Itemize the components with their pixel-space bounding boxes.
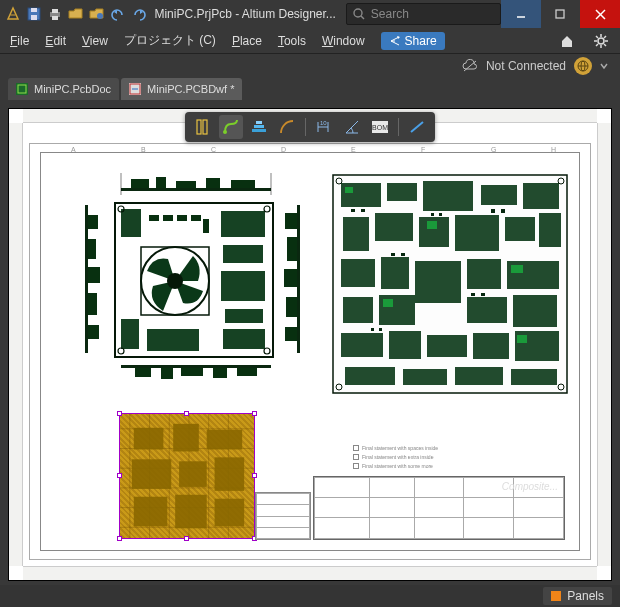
account-globe-icon[interactable] [574,57,592,75]
svg-rect-125 [431,213,434,216]
print-icon[interactable] [46,4,65,24]
cloud-off-icon [462,59,478,73]
tool-bom[interactable]: BOM [368,115,392,139]
svg-rect-139 [517,335,527,343]
share-label: Share [405,34,437,48]
open-folder-icon[interactable] [67,4,86,24]
svg-rect-48 [156,177,166,188]
note-checkbox[interactable] [353,445,359,451]
resize-handle-s[interactable] [184,536,189,541]
svg-rect-59 [88,325,99,339]
svg-rect-32 [203,120,207,134]
svg-line-8 [361,16,364,19]
svg-rect-121 [455,367,503,385]
svg-rect-97 [481,185,517,205]
svg-rect-5 [52,16,58,20]
svg-rect-106 [381,257,409,289]
svg-rect-57 [88,267,100,283]
tool-dimension-angle[interactable] [340,115,364,139]
svg-rect-138 [383,299,393,307]
svg-line-18 [596,36,598,38]
svg-rect-98 [523,183,559,209]
svg-rect-123 [351,209,355,212]
home-icon[interactable] [558,32,576,50]
svg-rect-67 [135,368,151,377]
tool-line[interactable] [405,115,429,139]
svg-rect-113 [513,295,557,327]
resize-handle-sw[interactable] [117,536,122,541]
open-project-icon[interactable] [88,4,107,24]
undo-icon[interactable] [109,4,128,24]
redo-icon[interactable] [130,4,149,24]
window-title: MiniPC.PrjPcb - Altium Designer... [154,7,335,21]
menu-tools[interactable]: Tools [278,34,306,48]
svg-point-74 [167,273,183,289]
svg-rect-99 [343,217,369,251]
minimize-button[interactable] [501,0,541,28]
svg-rect-110 [343,297,373,323]
svg-point-13 [598,38,604,44]
resize-handle-w[interactable] [117,473,122,478]
tool-dimension-linear[interactable]: 10 [312,115,336,139]
gear-icon[interactable] [592,32,610,50]
svg-rect-10 [556,10,564,18]
menu-project[interactable]: プロジェクト (C) [124,32,216,49]
resize-handle-n[interactable] [184,411,189,416]
note-checkbox[interactable] [353,463,359,469]
svg-rect-131 [471,293,475,296]
svg-rect-133 [371,328,374,331]
save-icon[interactable] [25,4,44,24]
svg-rect-120 [403,369,447,385]
svg-rect-61 [285,213,297,229]
tool-arc[interactable] [275,115,299,139]
svg-rect-70 [213,368,227,378]
resize-handle-ne[interactable] [252,411,257,416]
svg-rect-108 [467,259,501,289]
svg-line-20 [604,36,606,38]
share-button[interactable]: Share [381,32,445,50]
svg-rect-156 [134,428,164,450]
tab-minipc-pcbdwf[interactable]: MiniPC.PCBDwf * [121,78,242,100]
menu-window[interactable]: Window [322,34,365,48]
search-input[interactable]: Search [346,3,501,25]
menu-view[interactable]: View [82,34,108,48]
svg-rect-80 [223,329,265,349]
tool-route[interactable] [219,115,243,139]
svg-rect-86 [177,215,187,221]
svg-rect-160 [179,461,207,487]
tab-minipc-pcbdoc[interactable]: MiniPC.PcbDoc [8,78,119,100]
svg-rect-2 [31,8,37,12]
resize-handle-e[interactable] [252,473,257,478]
drawing-canvas[interactable]: 10 BOM A B C D E F G H [8,108,612,581]
svg-rect-136 [427,221,437,229]
svg-rect-62 [287,237,297,261]
menu-edit[interactable]: Edit [45,34,66,48]
svg-rect-163 [175,495,207,528]
svg-rect-87 [191,215,201,221]
svg-rect-51 [231,180,255,188]
svg-rect-114 [341,333,383,357]
svg-rect-102 [455,215,499,251]
account-dropdown-icon[interactable] [600,62,608,70]
svg-rect-76 [221,211,265,237]
tool-board-outline[interactable] [191,115,215,139]
svg-rect-122 [511,369,557,385]
ruler-bottom [23,566,597,580]
maximize-button[interactable] [541,0,581,28]
svg-rect-107 [415,261,461,303]
pcb-view-top [113,201,275,359]
svg-rect-77 [223,245,263,263]
note-checkbox[interactable] [353,454,359,460]
pcb-view-layer-selected[interactable] [119,413,255,539]
pcbdwf-icon [129,83,141,95]
panels-button[interactable]: Panels [543,587,612,605]
drawing-sheet: A B C D E F G H [29,143,591,560]
menu-place[interactable]: Place [232,34,262,48]
svg-rect-34 [252,129,266,132]
close-button[interactable] [580,0,620,28]
menu-file[interactable]: File [10,34,29,48]
tool-layer-stack[interactable] [247,115,271,139]
resize-handle-nw[interactable] [117,411,122,416]
svg-rect-55 [88,215,98,229]
connection-status: Not Connected [486,59,566,73]
